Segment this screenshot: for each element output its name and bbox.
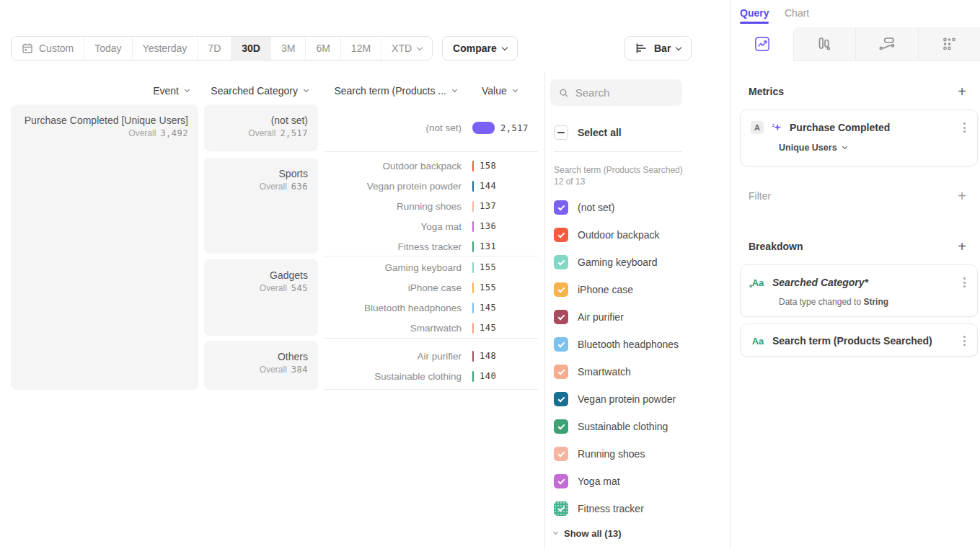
term-checkbox[interactable] [554, 282, 568, 297]
term-checkbox[interactable] [554, 365, 568, 379]
checkbox-row[interactable]: Sustainable clothing [554, 413, 679, 440]
measure-dropdown[interactable]: Unique Users [741, 135, 977, 153]
term-row[interactable]: Vegan protein powder144 [324, 176, 538, 196]
tab-flows[interactable] [855, 27, 918, 61]
column-header-searched-category[interactable]: Searched Category [204, 85, 308, 97]
overall-value: 384 [291, 365, 308, 375]
tab-insights[interactable] [731, 27, 793, 61]
term-row[interactable]: Smartwatch145 [324, 318, 538, 338]
term-checkbox[interactable] [554, 337, 568, 352]
active-tab-underline [740, 22, 769, 24]
checkbox-row[interactable]: Air purifier [554, 303, 679, 331]
breakdown-card[interactable]: Aa* Searched Category* Data type changed… [740, 264, 978, 317]
date-toolbar: Custom Today Yesterday 7D 30D 3M 6M 12M … [11, 36, 518, 61]
checkbox-row[interactable]: Outdoor backpack [554, 221, 679, 249]
tab-funnels[interactable] [793, 27, 856, 61]
tab-query[interactable]: Query [740, 7, 769, 19]
term-row[interactable]: Yoga mat136 [324, 216, 538, 236]
term-checkbox[interactable] [554, 447, 568, 461]
term-checkbox[interactable] [554, 310, 568, 324]
term-checkbox[interactable] [554, 228, 568, 242]
kebab-menu-icon[interactable] [961, 333, 968, 349]
value-bar [472, 303, 474, 313]
date-custom-button[interactable]: Custom [12, 37, 84, 60]
check-icon [557, 231, 565, 238]
date-7d-button[interactable]: 7D [198, 37, 231, 60]
term-value: 158 [480, 161, 496, 171]
compare-button[interactable]: Compare [442, 36, 518, 61]
term-row[interactable]: Air purifier148 [324, 346, 538, 366]
category-cell[interactable]: Gadgets Overall545 [204, 259, 318, 336]
term-row[interactable]: Outdoor backpack158 [324, 156, 538, 176]
checkbox-row[interactable]: Bluetooth headphones [554, 331, 679, 358]
term-checkbox[interactable] [554, 501, 568, 516]
check-icon [557, 395, 565, 402]
date-12m-button[interactable]: 12M [341, 37, 381, 60]
filter-section-label: Search term (Products Searched) 12 of 13 [554, 164, 685, 187]
event-cell[interactable]: Purchase Completed [Unique Users] Overal… [11, 104, 198, 390]
term-row[interactable]: (not set) 2,517 [324, 122, 538, 134]
term-row[interactable]: Gaming keyboard155 [324, 257, 538, 277]
checkbox-label: Air purifier [578, 311, 624, 323]
add-metric-button[interactable]: + [956, 86, 968, 97]
check-icon [557, 450, 565, 457]
overall-label: Overall [260, 365, 287, 375]
checkbox-row[interactable]: Gaming keyboard [554, 249, 679, 276]
checkbox-row[interactable]: Smartwatch [554, 358, 679, 385]
checkbox-row[interactable]: Yoga mat [554, 468, 679, 495]
term-checkbox[interactable] [554, 474, 568, 488]
term-row[interactable]: iPhone case155 [324, 277, 538, 298]
checkbox-row[interactable]: (not set) [554, 194, 679, 221]
date-xtd-dropdown[interactable]: XTD [381, 37, 432, 60]
checkbox-row[interactable]: iPhone case [554, 276, 679, 303]
metric-name: Purchase Completed [790, 122, 953, 133]
column-header-value[interactable]: Value [482, 85, 532, 97]
date-6m-button[interactable]: 6M [306, 37, 340, 60]
term-group: Gaming keyboard155 iPhone case155 Blueto… [324, 257, 538, 339]
select-all-checkbox[interactable] [554, 125, 568, 140]
search-input[interactable] [575, 86, 674, 99]
term-row[interactable]: Sustainable clothing140 [324, 366, 538, 386]
checkbox-row[interactable]: Running shoes [554, 440, 679, 468]
value-bar [472, 161, 474, 171]
date-today-button[interactable]: Today [84, 37, 132, 60]
term-label: Sustainable clothing [324, 371, 462, 382]
category-cell[interactable]: (not set) Overall2,517 [204, 104, 318, 151]
search-box[interactable] [550, 79, 682, 106]
term-row[interactable]: Bluetooth headphones145 [324, 298, 538, 318]
breakdown-name: Search term (Products Searched) [772, 335, 953, 347]
term-row[interactable]: Fitness tracker131 [324, 236, 538, 256]
kebab-menu-icon[interactable] [961, 274, 968, 290]
show-all-link[interactable]: Show all (13) [554, 528, 621, 539]
term-row[interactable]: Running shoes137 [324, 196, 538, 216]
date-30d-button[interactable]: 30D [231, 37, 271, 60]
chevron-down-icon [417, 44, 423, 50]
breakdown-card[interactable]: Aa Search term (Products Searched) [740, 323, 978, 357]
tab-chart[interactable]: Chart [785, 7, 809, 19]
text-type-icon-label: Aa [752, 277, 764, 288]
date-yesterday-button[interactable]: Yesterday [133, 37, 198, 60]
term-group: (not set) 2,517 [324, 104, 538, 152]
add-filter-button[interactable]: + [956, 190, 968, 202]
add-breakdown-button[interactable]: + [956, 241, 968, 252]
metric-card[interactable]: A Purchase Completed Unique Users [740, 110, 978, 166]
column-header-event[interactable]: Event [11, 85, 189, 97]
term-checkbox[interactable] [554, 392, 568, 406]
checkbox-label: Vegan protein powder [578, 393, 676, 405]
category-cell[interactable]: Sports Overall636 [204, 158, 318, 254]
date-custom-label: Custom [39, 43, 74, 54]
checkbox-row[interactable]: Vegan protein powder [554, 385, 679, 413]
term-checkbox[interactable] [554, 255, 568, 269]
term-value: 148 [480, 351, 496, 361]
term-checkbox[interactable] [554, 200, 568, 215]
select-all-checkbox-row[interactable]: Select all [554, 125, 622, 140]
term-checkbox[interactable] [554, 419, 568, 434]
tab-retention[interactable] [918, 27, 980, 61]
kebab-menu-icon[interactable] [961, 120, 968, 135]
category-cell[interactable]: Others Overall384 [204, 341, 318, 390]
date-3m-button[interactable]: 3M [271, 37, 306, 60]
checkbox-row[interactable]: Fitness tracker [554, 495, 679, 522]
column-header-search-term[interactable]: Search term (Products ... [324, 85, 456, 97]
note-bold: String [863, 297, 888, 307]
chart-type-dropdown[interactable]: Bar [624, 36, 692, 61]
